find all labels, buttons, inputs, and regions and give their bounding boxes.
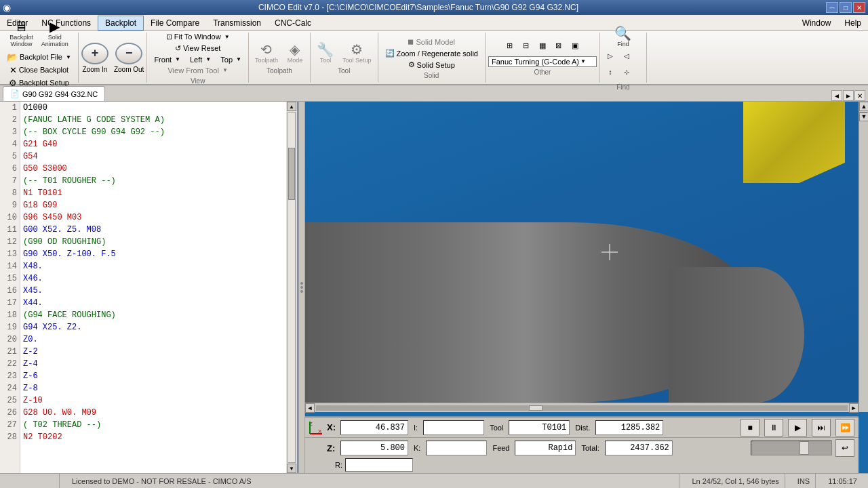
- scene-background: [305, 102, 859, 403]
- code-line-28: N2 T0202: [23, 431, 283, 443]
- tab-icon: 📄: [10, 89, 20, 98]
- toolbar: 🖥 BackplotWindow ▶ SolidAnimation 📂 Back…: [0, 31, 868, 85]
- menu-file-compare[interactable]: File Compare: [144, 16, 206, 30]
- view-icon-1[interactable]: ⊞: [502, 40, 517, 55]
- scroll-left-button[interactable]: ◄: [305, 403, 315, 413]
- find-icon-1[interactable]: ▷: [603, 51, 618, 66]
- reset-label: View Reset: [183, 44, 220, 52]
- line-number-10: 10: [0, 211, 20, 224]
- view-icon-5[interactable]: ▣: [568, 40, 583, 55]
- menu-transmission[interactable]: Transmission: [206, 16, 268, 30]
- find-icon-3[interactable]: ↕: [603, 67, 618, 82]
- code-text-column[interactable]: O1000(FANUC LATHE G CODE SYSTEM A)(-- BO…: [20, 102, 286, 473]
- code-line-20: Z0.: [23, 333, 283, 346]
- scroll-up-arrow[interactable]: ▲: [287, 102, 296, 111]
- solid-model-button[interactable]: ◼ Solid Model: [403, 36, 458, 47]
- menu-help[interactable]: Help: [837, 16, 868, 30]
- fit-to-window-button[interactable]: ⊡ Fit To Window ▼: [162, 31, 234, 43]
- view-icon-4[interactable]: ⊠: [551, 40, 566, 55]
- viewport-vertical-scrollbar[interactable]: ▲ ▼: [859, 102, 868, 412]
- pause-button[interactable]: ⏸: [764, 419, 783, 436]
- close-button[interactable]: ✕: [853, 2, 865, 13]
- front-button[interactable]: Front ▼: [150, 54, 184, 65]
- license-text: Licensed to DEMO - NOT FOR RESALE - CIMC…: [72, 477, 251, 485]
- tool-label-1: Tool: [487, 424, 506, 432]
- zoom-regen-button[interactable]: 🔄 Zoom / Regenerate solid: [381, 47, 482, 59]
- mode-button[interactable]: ◈ Mode: [283, 41, 307, 66]
- backplot-file-button[interactable]: 📂 Backplot File ▼: [3, 51, 75, 64]
- dist-label: Dist.: [572, 424, 593, 432]
- code-line-23: Z-6: [23, 370, 283, 382]
- left-button[interactable]: Left ▼: [186, 54, 215, 65]
- view-reset-button[interactable]: ↺ View Reset: [171, 43, 224, 54]
- find-icon-2[interactable]: ◁: [619, 51, 634, 66]
- tool-group-label: Tool: [338, 67, 350, 75]
- view-from-tool-button[interactable]: View From Tool ▼: [163, 65, 231, 76]
- find-button[interactable]: 🔍 Find: [606, 24, 640, 49]
- minimize-button[interactable]: ─: [826, 2, 838, 13]
- scroll-down-arrow[interactable]: ▼: [287, 464, 296, 473]
- scroll-up-btn[interactable]: ▲: [859, 102, 868, 111]
- toolpath-row: ⟲ Toolpath ◈ Mode: [252, 41, 307, 66]
- close-backplot-button[interactable]: ✕ Close Backplot: [5, 64, 73, 77]
- zoom-out-group: − Zoom Out: [114, 43, 144, 73]
- stop-button[interactable]: ■: [741, 419, 760, 436]
- viewport[interactable]: ◄ ► ▲ ▼ X Z: [305, 102, 868, 473]
- scroll-right-button[interactable]: ►: [849, 403, 859, 413]
- menu-backplot[interactable]: Backplot: [98, 16, 144, 30]
- zoom-in-button[interactable]: +: [81, 43, 108, 64]
- tool-button[interactable]: 🔧 Tool: [313, 41, 338, 66]
- find-icon-4[interactable]: ⊹: [619, 67, 634, 82]
- speed-thumb[interactable]: [800, 441, 809, 455]
- view-row3: Front ▼ Left ▼ Top ▼: [150, 54, 245, 65]
- total-field: 2437.362: [605, 441, 673, 455]
- play-button[interactable]: ▶: [788, 419, 807, 436]
- view-icon-2[interactable]: ⊟: [519, 40, 534, 55]
- tool-setup-button[interactable]: ⚙ Tool Setup: [339, 41, 375, 66]
- h-scroll-thumb[interactable]: [529, 405, 542, 411]
- time-text: 11:05:17: [828, 477, 857, 485]
- doc-tab[interactable]: 📄 G90 G92 G94 G32.NC: [3, 86, 105, 101]
- viewport-horizontal-scrollbar[interactable]: ◄ ►: [305, 403, 859, 412]
- line-number-14: 14: [0, 260, 20, 272]
- coord-row-2: Z: 5.800 K: Feed Rapid Total: 2437.362 ↩: [305, 438, 859, 458]
- loop-button[interactable]: ↩: [835, 439, 854, 457]
- scroll-handle[interactable]: [288, 148, 295, 200]
- view-icon-3[interactable]: ▦: [535, 40, 550, 55]
- backplot-file-icon: 📂: [7, 52, 18, 62]
- solid-animation-button[interactable]: ▶ SolidAnimation: [38, 18, 72, 49]
- fit-icon: ⊡: [166, 33, 172, 41]
- line-numbers-content: 1234567891011121314151617181920212223242…: [0, 102, 20, 443]
- scroll-body[interactable]: [288, 112, 296, 463]
- zoom-regen-icon: 🔄: [385, 49, 395, 58]
- tab-prev-button[interactable]: ◄: [831, 90, 842, 101]
- line-number-3: 3: [0, 126, 20, 138]
- zoom-out-button[interactable]: −: [115, 43, 142, 64]
- fast-forward-button[interactable]: ⏩: [835, 419, 854, 436]
- menu-cnc-calc[interactable]: CNC-Calc: [268, 16, 318, 30]
- solid-group-label: Solid: [424, 72, 439, 79]
- code-scrollbar[interactable]: ▲ ▼: [286, 102, 297, 473]
- tab-close-button[interactable]: ✕: [854, 90, 865, 101]
- machine-type-dropdown[interactable]: Fanuc Turning (G-Code A) ▼: [488, 56, 597, 67]
- tab-next-button[interactable]: ►: [843, 90, 854, 101]
- menu-window[interactable]: Window: [795, 16, 838, 30]
- scroll-down-btn[interactable]: ▼: [859, 112, 868, 121]
- code-line-6: G50 S3000: [23, 163, 283, 175]
- top-button[interactable]: Top ▼: [216, 54, 245, 65]
- top-label: Top: [220, 56, 233, 64]
- line-number-17: 17: [0, 297, 20, 309]
- h-scroll-track[interactable]: [316, 405, 848, 411]
- maximize-button[interactable]: □: [840, 2, 852, 13]
- dist-field: 1285.382: [595, 420, 663, 435]
- backplot-window-button[interactable]: 🖥 BackplotWindow: [6, 18, 37, 49]
- view-row2: ↺ View Reset: [171, 43, 224, 54]
- panel-resize-handle[interactable]: [298, 102, 305, 473]
- v-scroll-thumb[interactable]: [860, 112, 867, 113]
- speed-slider[interactable]: [751, 441, 832, 455]
- solid-animation-label: SolidAnimation: [41, 34, 68, 47]
- toolpath-button[interactable]: ⟲ Toolpath: [252, 41, 281, 66]
- step-forward-button[interactable]: ⏭: [812, 419, 831, 436]
- solid-row2: 🔄 Zoom / Regenerate solid: [381, 47, 482, 59]
- solid-setup-button[interactable]: ⚙ Solid Setup: [404, 59, 459, 70]
